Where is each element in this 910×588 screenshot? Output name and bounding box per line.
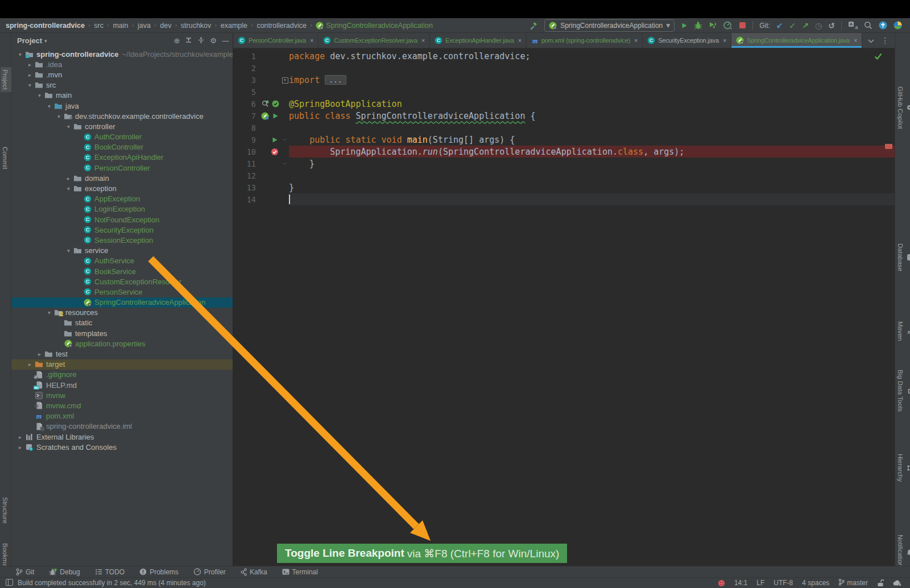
line-number[interactable]: 8 xyxy=(233,123,260,132)
line-number[interactable]: 2 xyxy=(233,64,260,73)
tree-item[interactable]: spring-controlleradvice.iml xyxy=(11,421,233,432)
layout-icon[interactable] xyxy=(6,579,13,587)
tree-item[interactable]: ▸External Libraries xyxy=(11,432,233,442)
breadcrumb-item[interactable]: dev xyxy=(160,22,171,30)
line-number[interactable]: 14 xyxy=(233,195,260,204)
tree-item[interactable]: ▸test xyxy=(11,349,233,359)
line-number[interactable]: 5 xyxy=(233,88,260,97)
tab-close-icon[interactable]: × xyxy=(518,37,522,44)
expand-all-icon[interactable] xyxy=(185,36,192,45)
code-line[interactable]: 9⌐ public static void main(String[] args… xyxy=(233,134,895,146)
code-line[interactable]: 8 xyxy=(233,122,895,134)
code-line[interactable]: 14 xyxy=(233,193,895,205)
code-line[interactable]: 3+import ... xyxy=(233,74,895,86)
tab-close-icon[interactable]: × xyxy=(854,37,857,44)
tree-item[interactable]: CLoginException xyxy=(11,204,233,214)
tree-item[interactable]: CAuthController xyxy=(11,132,233,142)
tree-item[interactable]: ▸Scratches and Consoles xyxy=(11,442,233,452)
tree-item[interactable]: CCustomExceptionResolver xyxy=(11,276,233,287)
line-number[interactable]: 12 xyxy=(233,171,260,180)
toolwindow-button-debug[interactable]: Debug xyxy=(49,568,80,576)
editor-tab[interactable]: CPersonController.java× xyxy=(233,33,318,48)
indent-setting[interactable]: 4 spaces xyxy=(802,579,829,587)
code-line[interactable]: 1package dev.struchkov.example.controlle… xyxy=(233,50,895,62)
collapse-all-icon[interactable] xyxy=(197,36,205,45)
chevron-down-icon[interactable]: ▾ xyxy=(26,82,34,88)
tree-item[interactable]: mvnw.cmd xyxy=(11,400,233,411)
tabs-chevron-down-icon[interactable] xyxy=(868,35,874,45)
tree-item[interactable]: static xyxy=(11,318,233,328)
chevron-right-icon[interactable]: ▸ xyxy=(16,444,24,450)
hide-panel-icon[interactable]: — xyxy=(222,36,229,45)
search-everywhere-button[interactable] xyxy=(864,21,872,30)
profiler-button[interactable] xyxy=(723,21,733,30)
git-push-button[interactable]: ↗ xyxy=(802,22,809,30)
tab-close-icon[interactable]: × xyxy=(310,37,313,44)
breadcrumb-item[interactable]: main xyxy=(113,22,128,30)
breadcrumb-item[interactable]: spring-controlleradvice xyxy=(6,22,85,30)
toolwindow-button-profiler[interactable]: Profiler xyxy=(193,568,226,576)
tree-item[interactable]: ▾spring-controlleradvice ~/IdeaProjects/… xyxy=(11,49,233,59)
tree-item[interactable]: ▾java xyxy=(11,101,233,111)
tree-item[interactable]: ▸domain xyxy=(11,173,233,183)
error-stripe-mark[interactable] xyxy=(885,144,892,149)
code-line[interactable]: 10 SpringApplication.run(SpringControlle… xyxy=(233,146,895,158)
tree-item[interactable]: CAppException xyxy=(11,194,233,204)
file-encoding[interactable]: UTF-8 xyxy=(774,579,793,587)
tree-item[interactable]: ▾exception xyxy=(11,183,233,193)
code-editor[interactable]: 1package dev.struchkov.example.controlle… xyxy=(233,48,895,566)
line-number[interactable]: 13 xyxy=(233,183,260,192)
tree-item[interactable]: mpom.xml xyxy=(11,411,233,421)
breadcrumb-item[interactable]: src xyxy=(94,22,104,30)
chevron-right-icon[interactable]: ▸ xyxy=(26,361,34,367)
stripe-hierarchy[interactable]: Hierarchy xyxy=(896,452,910,484)
cloud-sync-icon[interactable] xyxy=(893,579,902,586)
stripe-github-copilot[interactable]: GitHub Copilot xyxy=(896,84,910,131)
editor-tab[interactable]: SpringControlleradviceApplication.java× xyxy=(731,33,862,48)
line-ending[interactable]: LF xyxy=(756,579,764,587)
chevron-down-icon[interactable]: ▾ xyxy=(45,309,53,316)
chevron-down-icon[interactable]: ▾ xyxy=(16,51,24,57)
tree-item[interactable]: CPersonController xyxy=(11,163,233,173)
fold-marker[interactable]: ⌐ xyxy=(281,136,289,143)
editor-tab[interactable]: mpom.xml (spring-controlleradvice)× xyxy=(527,33,643,48)
chevron-down-icon[interactable]: ▾ xyxy=(35,92,44,98)
line-number[interactable]: 10 xyxy=(233,147,260,156)
tree-item[interactable]: SpringControlleradviceApplication xyxy=(11,297,233,308)
tree-item[interactable]: CSecurityException xyxy=(11,225,233,235)
chevron-right-icon[interactable]: ▸ xyxy=(26,72,34,78)
line-number[interactable]: 11 xyxy=(233,159,260,168)
code-line[interactable]: 5 xyxy=(233,86,895,98)
unlock-icon[interactable] xyxy=(877,579,884,587)
tree-item[interactable]: mvnw xyxy=(11,390,233,400)
chevron-right-icon[interactable]: ▸ xyxy=(35,351,44,357)
breadcrumb-item[interactable]: java xyxy=(138,22,151,30)
ide-update-button[interactable] xyxy=(879,21,887,30)
chevron-down-icon[interactable]: ▾ xyxy=(64,185,73,192)
code-line[interactable]: 11⌐ } xyxy=(233,158,895,169)
git-update-button[interactable]: ↙ xyxy=(776,22,783,30)
coverage-button[interactable] xyxy=(709,21,717,30)
tree-item[interactable]: ▾main xyxy=(11,90,233,101)
git-history-button[interactable]: ◷ xyxy=(815,22,822,30)
tree-item[interactable]: .gitignore xyxy=(11,370,233,380)
tab-close-icon[interactable]: × xyxy=(634,37,638,44)
tree-item[interactable]: ▾dev.struchkov.example.controlleradvice xyxy=(11,111,233,121)
tree-item[interactable]: CBookController xyxy=(11,142,233,152)
tree-item[interactable]: CBookService xyxy=(11,266,233,276)
chevron-down-icon[interactable]: ▾ xyxy=(44,38,47,44)
tree-item[interactable]: CPersonService xyxy=(11,287,233,297)
chevron-right-icon[interactable]: ▸ xyxy=(64,175,73,181)
caret-position[interactable]: 14:1 xyxy=(734,579,747,587)
line-number[interactable]: 9 xyxy=(233,135,260,144)
code-line[interactable]: 2 xyxy=(233,62,895,74)
line-number[interactable]: 7 xyxy=(233,111,260,121)
tree-item[interactable]: application.properties xyxy=(11,338,233,349)
tree-item[interactable]: ▸.idea xyxy=(11,59,233,69)
debug-button[interactable] xyxy=(694,21,702,30)
chevron-right-icon[interactable]: ▸ xyxy=(16,434,24,440)
code-line[interactable]: 12 xyxy=(233,169,895,181)
tab-close-icon[interactable]: × xyxy=(421,37,425,44)
chevron-down-icon[interactable]: ▾ xyxy=(64,123,73,130)
toolwindow-button-git[interactable]: Git xyxy=(16,568,34,576)
